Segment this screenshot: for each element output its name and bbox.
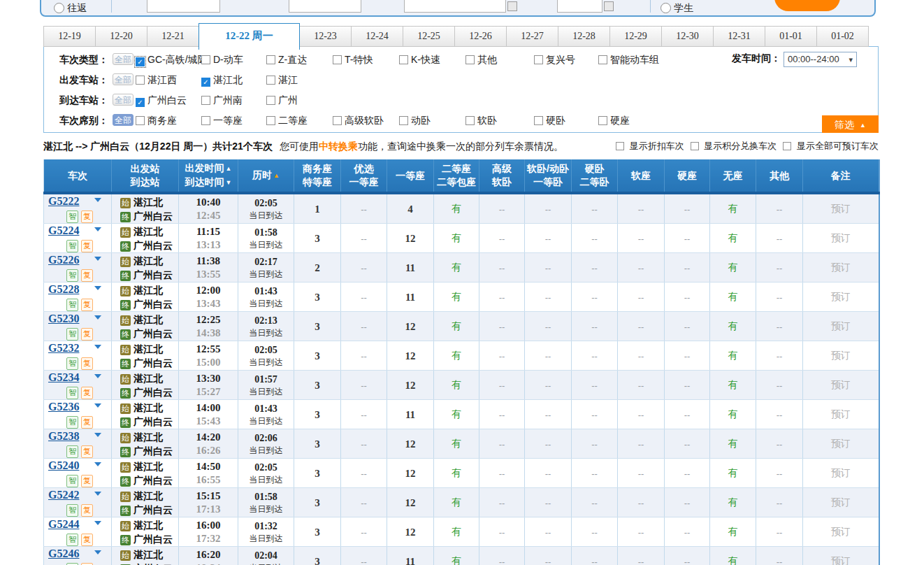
date-tab-01-02[interactable]: 01-02 (816, 26, 869, 47)
column-header[interactable]: 二等座二等包座 (434, 159, 479, 193)
checkbox[interactable] (534, 55, 543, 64)
checkbox[interactable] (399, 55, 408, 64)
column-header[interactable]: 备注 (803, 159, 879, 193)
filter-option[interactable]: K-快速 (399, 53, 440, 66)
calendar-icon[interactable] (507, 1, 517, 11)
date-tab-12-23[interactable]: 12-23 (299, 26, 352, 47)
display-toggle[interactable]: 显示积分兑换车次 (691, 137, 777, 155)
reserve-button[interactable]: 预订 (831, 291, 851, 302)
checkbox[interactable] (616, 142, 624, 150)
column-header[interactable]: 无座 (710, 159, 756, 193)
date-tab-12-29[interactable]: 12-29 (609, 26, 662, 47)
train-link[interactable]: G5242 (48, 489, 79, 501)
date-tab-12-22 周一[interactable]: 12-22 周一 (198, 23, 300, 50)
column-header[interactable]: 车次 (44, 159, 112, 193)
date-tab-12-27[interactable]: 12-27 (506, 26, 558, 47)
expand-caret-icon[interactable] (94, 345, 101, 352)
checkbox[interactable] (465, 55, 475, 64)
return-date-input[interactable] (557, 0, 602, 13)
checkbox[interactable] (201, 116, 210, 125)
date-tab-12-28[interactable]: 12-28 (558, 26, 610, 47)
sort-arrow-icon[interactable]: ▲ (226, 165, 232, 172)
checkbox[interactable] (136, 76, 145, 85)
filter-option[interactable]: 湛江西 (136, 73, 177, 87)
expand-caret-icon[interactable] (94, 198, 101, 206)
filter-option[interactable]: 复兴号 (534, 53, 575, 66)
filter-option[interactable]: 高级软卧 (333, 114, 384, 127)
checkbox[interactable] (333, 55, 342, 64)
expand-caret-icon[interactable] (94, 227, 101, 235)
filter-collapse-button[interactable]: 筛选▲ (822, 115, 879, 133)
filter-option[interactable]: 智能动车组 (598, 53, 659, 66)
query-button[interactable] (774, 0, 840, 11)
checkbox[interactable] (201, 96, 210, 105)
filter-option[interactable]: 商务座 (136, 114, 177, 127)
column-header[interactable]: 软卧/动卧一等卧 (525, 159, 572, 193)
reserve-button[interactable]: 预订 (831, 350, 851, 361)
train-link[interactable]: G5228 (48, 283, 79, 295)
filter-option[interactable]: 广州南 (201, 94, 243, 107)
all-button[interactable]: 全部 (113, 114, 133, 126)
train-link[interactable]: G5234 (48, 371, 79, 383)
date-tab-12-30[interactable]: 12-30 (661, 26, 714, 47)
reserve-button[interactable]: 预订 (831, 320, 851, 331)
reserve-button[interactable]: 预订 (831, 438, 851, 449)
checkbox[interactable] (465, 116, 475, 125)
filter-option[interactable]: 二等座 (266, 114, 308, 127)
checkbox[interactable] (598, 55, 607, 64)
filter-option[interactable]: 一等座 (201, 114, 243, 127)
checkbox[interactable] (783, 142, 791, 150)
student-radio[interactable] (660, 3, 671, 13)
reserve-button[interactable]: 预订 (831, 496, 851, 508)
train-link[interactable]: G5244 (48, 518, 79, 530)
column-header[interactable]: 硬卧二等卧 (572, 159, 618, 193)
column-header[interactable]: 其他 (756, 159, 803, 193)
checkbox[interactable]: ✓ (136, 57, 145, 66)
train-link[interactable]: G5238 (48, 430, 79, 442)
reserve-button[interactable]: 预订 (831, 526, 851, 537)
train-link[interactable]: G5222 (48, 195, 79, 207)
train-link[interactable]: G5232 (48, 342, 79, 354)
expand-caret-icon[interactable] (94, 521, 101, 529)
column-header[interactable]: 软座 (618, 159, 665, 193)
column-header[interactable]: 商务座特等座 (294, 159, 341, 193)
column-header[interactable]: 硬座 (665, 159, 710, 193)
display-toggle[interactable]: 显示全部可预订车次 (783, 137, 879, 155)
date-tab-12-24[interactable]: 12-24 (351, 26, 403, 47)
date-tab-12-26[interactable]: 12-26 (454, 26, 507, 47)
checkbox[interactable] (201, 55, 210, 64)
date-tab-12-20[interactable]: 12-20 (95, 26, 147, 47)
checkbox[interactable] (136, 116, 145, 125)
checkbox[interactable] (691, 142, 699, 150)
date-tab-01-01[interactable]: 01-01 (765, 26, 817, 47)
sort-arrow-icon[interactable]: ▲ (273, 172, 280, 179)
to-station-input[interactable] (289, 0, 361, 13)
column-header[interactable]: 优选一等座 (341, 159, 387, 193)
column-header[interactable]: 出发时间▲到达时间▼ (179, 159, 238, 193)
checkbox[interactable]: ✓ (136, 98, 145, 107)
checkbox[interactable] (266, 96, 275, 105)
filter-option[interactable]: ✓湛江北 (201, 73, 243, 87)
checkbox[interactable] (399, 116, 408, 125)
all-button[interactable]: 全部 (113, 53, 133, 65)
train-link[interactable]: G5224 (48, 224, 79, 236)
filter-option[interactable]: 广州 (266, 94, 298, 107)
filter-option[interactable]: 动卧 (399, 114, 431, 127)
reserve-button[interactable]: 预订 (831, 203, 851, 214)
expand-caret-icon[interactable] (94, 374, 101, 382)
display-toggle[interactable]: 显示折扣车次 (616, 137, 684, 155)
filter-option[interactable]: D-动车 (201, 53, 243, 66)
filter-option[interactable]: Z-直达 (266, 53, 307, 66)
from-station-input[interactable] (147, 0, 220, 13)
expand-caret-icon[interactable] (94, 286, 101, 294)
round-trip-radio[interactable] (54, 3, 64, 13)
date-tab-12-21[interactable]: 12-21 (147, 26, 199, 47)
reserve-button[interactable]: 预订 (831, 467, 851, 478)
column-header[interactable]: 一等座 (387, 159, 434, 193)
reserve-button[interactable]: 预订 (831, 232, 851, 243)
calendar-icon[interactable] (604, 1, 614, 11)
date-tab-12-25[interactable]: 12-25 (403, 26, 455, 47)
sort-arrow-icon[interactable]: ▼ (226, 179, 232, 186)
filter-option[interactable]: T-特快 (333, 53, 373, 66)
all-button[interactable]: 全部 (113, 73, 133, 85)
